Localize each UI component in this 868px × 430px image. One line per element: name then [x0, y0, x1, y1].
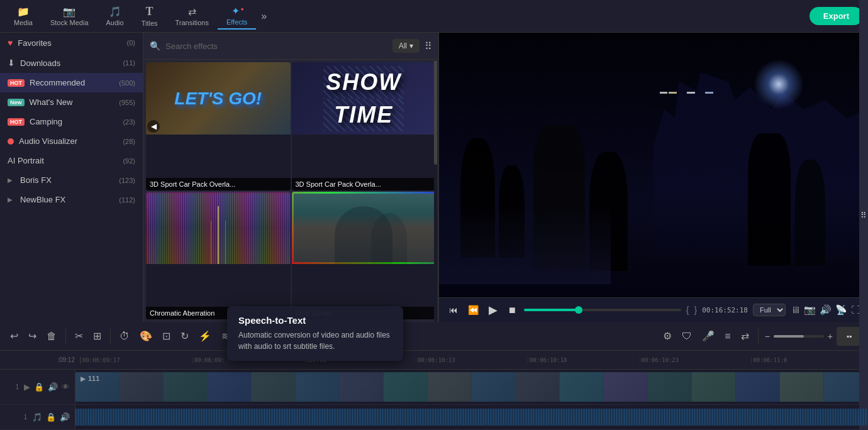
stop-button[interactable]: ⏹ — [505, 304, 519, 316]
sidebar-item-recommended[interactable]: HOT Recommended (500) — [0, 73, 143, 92]
grid-view-icon[interactable]: ⠿ — [425, 40, 432, 52]
export-button[interactable]: Export — [810, 7, 863, 25]
mark-in-button[interactable]: { — [686, 305, 689, 315]
camera-icon[interactable]: 📷 — [804, 304, 816, 316]
undo-button[interactable]: ↩ — [6, 328, 22, 345]
clip-thumbnails — [75, 372, 868, 402]
sidebar-item-audio-visualizer[interactable]: Audio Visualizer (28) — [0, 131, 143, 151]
sidebar-item-downloads[interactable]: ⬇ Downloads (11) — [0, 53, 143, 73]
nav-media[interactable]: 📁 Media — [5, 3, 42, 29]
nav-audio[interactable]: 🎵 Audio — [97, 3, 133, 29]
settings-button[interactable]: ⚙ — [659, 328, 676, 345]
sidebar-favorites-count: (0) — [127, 39, 135, 47]
shield-button[interactable]: 🛡 — [678, 328, 696, 345]
zoom-in-button[interactable]: + — [826, 330, 834, 343]
effect-card-2[interactable]: SHOW TIME 3D Sport Car Pack Overla... — [292, 62, 437, 190]
timeline-resize-handle[interactable]: ⠿ — [859, 0, 868, 430]
track-play-icon[interactable]: ▶ — [24, 382, 30, 392]
nav-effects-label: Effects — [226, 18, 247, 26]
track-eye-icon[interactable]: 👁 — [62, 382, 70, 392]
cut-button[interactable]: ✂ — [71, 328, 87, 345]
color-button[interactable]: 🎨 — [136, 328, 156, 345]
effect-card-4[interactable]: RGB Stroke — [292, 192, 437, 320]
filter-label: All — [399, 41, 407, 50]
nav-more[interactable]: » — [256, 11, 272, 22]
crop-button[interactable]: ⊡ — [159, 328, 174, 345]
mic-button[interactable]: 🎤 — [698, 328, 718, 345]
nav-effects[interactable]: ✦● Effects — [218, 3, 256, 30]
screen-icon[interactable]: 🖥 — [791, 304, 800, 316]
search-input[interactable] — [165, 41, 387, 51]
sidebar-whats-new-label: What's New — [30, 97, 73, 107]
sidebar-ai-portrait-count: (92) — [123, 157, 135, 165]
quality-select[interactable]: Full — [753, 304, 786, 316]
sidebar-item-ai-portrait[interactable]: AI Portrait (92) — [0, 151, 143, 170]
sidebar-newblue-fx-count: (112) — [119, 196, 135, 204]
redo-button[interactable]: ↪ — [25, 328, 40, 345]
volume-icon[interactable]: 🔊 — [820, 304, 832, 316]
frame-back-button[interactable]: ⏪ — [465, 304, 481, 316]
separator-3 — [758, 329, 759, 344]
progress-bar[interactable] — [524, 309, 681, 311]
split-button[interactable]: ⊞ — [89, 328, 105, 345]
nav-audio-label: Audio — [106, 19, 124, 26]
sidebar-downloads-count: (11) — [123, 59, 135, 67]
sidebar-recommended-count: (500) — [119, 79, 135, 87]
audio-clip[interactable] — [75, 409, 868, 426]
sidebar-item-favorites[interactable]: ♥ Favorites (0) — [0, 33, 143, 53]
sidebar-item-boris-fx[interactable]: ▶ Boris FX (123) — [0, 170, 143, 190]
sidebar-item-camping[interactable]: HOT Camping (23) — [0, 112, 143, 131]
sidebar-camping-label: Camping — [30, 117, 62, 126]
filter-button[interactable]: All ▾ — [392, 39, 420, 53]
ts-7: 00:06:11:0 — [751, 357, 863, 363]
camping-hot-badge: HOT — [8, 118, 25, 126]
ruler-time-label: :09:12 — [57, 356, 75, 363]
sidebar-ai-portrait-label: AI Portrait — [8, 156, 44, 165]
hot-badge: HOT — [8, 79, 25, 87]
ts-2: 00:06:09: — [192, 357, 304, 363]
step-back-button[interactable]: ⏮ — [447, 304, 460, 316]
effect-card-1-label: 3D Sport Car Pack Overla... — [146, 178, 291, 190]
play-button[interactable]: ▶ — [486, 302, 500, 318]
sidebar-newblue-fx-label: NewBlue FX — [20, 195, 65, 204]
delete-button[interactable]: 🗑 — [43, 328, 60, 345]
audio-track-body — [75, 405, 868, 429]
rotate-button[interactable]: ↻ — [177, 328, 192, 345]
effect-card-2-label: 3D Sport Car Pack Overla... — [292, 178, 437, 190]
chevron-down-icon: ▾ — [409, 41, 413, 50]
snap-area[interactable]: ▪▪ — [837, 327, 862, 346]
effect-card-3[interactable]: Chromatic Aberration — [146, 192, 291, 320]
arrange-button[interactable]: ≡ — [721, 328, 734, 345]
sidebar-item-newblue-fx[interactable]: ▶ NewBlue FX (112) — [0, 190, 143, 209]
audio-track-icon[interactable]: 🎵 — [32, 412, 42, 422]
audio-edit-button[interactable]: ≋ — [218, 328, 233, 345]
effect-card-1[interactable]: ◀ LET'S GO! 3D Sport Car Pack Overla... — [146, 62, 291, 190]
audio-vol-icon[interactable]: 🔊 — [60, 412, 70, 422]
effect-card-4-label: RGB Stroke — [292, 307, 437, 319]
nav-stock[interactable]: 📷 Stock Media — [42, 3, 97, 29]
video-clip[interactable]: ▶ 111 — [75, 372, 868, 402]
fx-button[interactable]: ◎ — [236, 328, 252, 345]
track-vol-icon[interactable]: 🔊 — [48, 382, 58, 392]
sidebar-audio-visualizer-count: (28) — [123, 138, 135, 145]
timer-button[interactable]: ⏱ — [116, 328, 133, 345]
effects-scrollbar[interactable] — [434, 60, 437, 322]
nav-transitions[interactable]: ⇄ Transitions — [167, 3, 218, 29]
zoom-slider[interactable] — [774, 335, 824, 338]
mark-out-button[interactable]: } — [694, 305, 697, 315]
audio-lock-icon[interactable]: 🔒 — [46, 412, 56, 422]
zoom-out-button[interactable]: − — [764, 330, 771, 343]
motion-button[interactable]: ↻ — [255, 328, 270, 345]
main-area: ♥ Favorites (0) ⬇ Downloads (11) HOT Rec… — [0, 33, 868, 322]
ts-5: 00:06:10:18 — [528, 357, 640, 363]
snap-icon: ▪▪ — [847, 332, 852, 341]
speed-button[interactable]: ⚡ — [195, 328, 215, 345]
replace-button[interactable]: ⇄ — [737, 328, 753, 345]
nav-titles[interactable]: T Titles — [133, 3, 167, 30]
toolbar-right: ⚙ 🛡 🎤 ≡ ⇄ − + ▪▪ — [659, 327, 862, 346]
cast-icon[interactable]: 📡 — [835, 304, 847, 316]
track-lock-icon[interactable]: 🔒 — [34, 382, 44, 392]
video-preview — [439, 33, 868, 297]
sidebar-item-whats-new[interactable]: New What's New (955) — [0, 92, 143, 112]
card-nav-left-icon[interactable]: ◀ — [147, 120, 160, 133]
